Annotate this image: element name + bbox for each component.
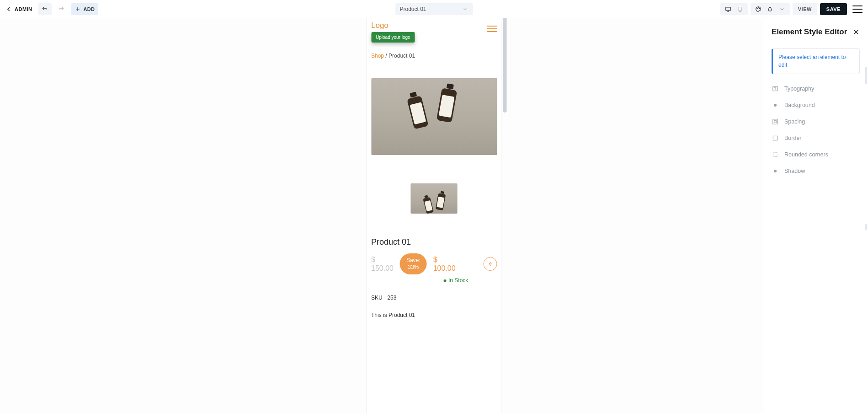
prop-label: Border: [784, 135, 802, 141]
redo-button[interactable]: [54, 3, 68, 15]
price-row: $ 150.00 Save: 33% $ 100.00: [371, 253, 497, 274]
redo-icon: [58, 6, 64, 12]
svg-point-4: [758, 7, 758, 8]
add-label: ADD: [84, 6, 95, 12]
topbar-center: Product 01: [395, 3, 473, 15]
rounded-corners-icon: [772, 151, 779, 158]
site-logo[interactable]: Logo: [371, 21, 415, 30]
view-label: VIEW: [798, 6, 812, 12]
product-image-thumbnail[interactable]: [411, 183, 458, 214]
device-toggle: [720, 3, 748, 15]
panel-scroll-indicator: [865, 67, 867, 84]
palette-icon: [755, 6, 761, 12]
svg-rect-9: [774, 120, 777, 123]
typography-icon: [772, 85, 779, 92]
canvas-scrollbar[interactable]: [503, 18, 506, 113]
product-image-main[interactable]: [371, 78, 497, 155]
property-list: Typography Background Spacing Border: [772, 85, 860, 175]
price-left: $ 150.00 Save: 33% $ 100.00: [371, 253, 456, 274]
breadcrumb: Shop / Product 01: [371, 53, 497, 59]
svg-point-2: [740, 10, 740, 11]
new-price-value: 100.00: [433, 264, 456, 272]
close-panel-button[interactable]: [852, 28, 860, 36]
panel-title: Element Style Editor: [772, 27, 847, 37]
topbar-right: VIEW SAVE: [720, 3, 863, 15]
background-icon: [772, 102, 779, 109]
workspace: Logo Upload your logo Shop / Product 01: [0, 18, 868, 413]
page-selector[interactable]: Product 01: [395, 3, 473, 15]
theme-drop[interactable]: [764, 6, 776, 12]
view-button[interactable]: VIEW: [793, 3, 817, 15]
bottle-icon: [436, 83, 458, 123]
save-pct: 33%: [406, 264, 421, 271]
save-badge: Save: 33%: [400, 253, 427, 274]
undo-icon: [42, 6, 48, 12]
breadcrumb-current: Product 01: [389, 53, 415, 59]
product-title: Product 01: [371, 237, 497, 247]
save-label: Save:: [406, 257, 421, 264]
prop-label: Typography: [784, 86, 814, 92]
mobile-icon: [737, 6, 743, 12]
bottle-icon: [436, 191, 447, 210]
old-price-value: 150.00: [371, 264, 394, 272]
prop-background[interactable]: Background: [772, 102, 860, 109]
topbar-left: ADMIN ADD: [5, 3, 98, 15]
main-menu-button[interactable]: [852, 5, 863, 13]
desktop-icon: [725, 6, 731, 12]
mobile-menu-button[interactable]: [487, 26, 497, 32]
product-description: This is Product 01: [371, 312, 497, 318]
site-header: Logo Upload your logo: [371, 21, 497, 43]
svg-point-12: [774, 170, 777, 172]
topbar: ADMIN ADD Product 01: [0, 0, 868, 18]
svg-rect-8: [773, 119, 778, 124]
svg-point-7: [774, 104, 777, 107]
save-button[interactable]: SAVE: [820, 3, 847, 15]
prop-label: Rounded corners: [784, 151, 828, 158]
svg-rect-11: [773, 152, 777, 156]
panel-notice: Please select an element to edit: [772, 48, 860, 74]
svg-rect-10: [773, 136, 777, 140]
save-label: SAVE: [826, 6, 841, 12]
prop-typography[interactable]: Typography: [772, 85, 860, 92]
bottle-icon: [405, 91, 428, 129]
style-editor-panel: Element Style Editor Please select an el…: [763, 18, 868, 413]
svg-point-5: [759, 8, 759, 9]
breadcrumb-shop-link[interactable]: Shop: [371, 53, 384, 59]
prop-label: Background: [784, 102, 815, 108]
page-selected-label: Product 01: [400, 6, 426, 12]
plus-icon: [75, 6, 81, 12]
add-button[interactable]: ADD: [71, 3, 99, 15]
price-old: $ 150.00: [371, 255, 394, 273]
chevron-down-icon: [462, 6, 469, 12]
svg-point-3: [757, 8, 757, 9]
prop-label: Shadow: [784, 168, 805, 174]
svg-rect-0: [725, 7, 730, 10]
new-currency: $: [433, 255, 456, 264]
device-desktop[interactable]: [722, 6, 734, 12]
prop-shadow[interactable]: Shadow: [772, 167, 860, 175]
admin-label: ADMIN: [15, 6, 32, 12]
old-currency: $: [371, 255, 394, 264]
spacing-icon: [772, 118, 779, 125]
drop-icon: [767, 6, 773, 12]
prop-spacing[interactable]: Spacing: [772, 118, 860, 125]
canvas-wrapper: Logo Upload your logo Shop / Product 01: [366, 18, 502, 413]
theme-dropdown[interactable]: [776, 6, 788, 12]
bottle-icon: [422, 194, 434, 214]
prop-label: Spacing: [784, 118, 805, 125]
panel-scroll-indicator-end: [865, 224, 867, 230]
device-frame: Logo Upload your logo Shop / Product 01: [366, 18, 502, 413]
prop-border[interactable]: Border: [772, 134, 860, 142]
price-new: $ 100.00: [433, 255, 456, 273]
shadow-icon: [772, 167, 779, 175]
prop-rounded-corners[interactable]: Rounded corners: [772, 151, 860, 158]
border-icon: [772, 134, 779, 142]
device-mobile[interactable]: [734, 6, 746, 12]
undo-button[interactable]: [38, 3, 52, 15]
theme-palette[interactable]: [752, 6, 764, 12]
stock-dot-icon: [443, 279, 446, 282]
upload-logo-button[interactable]: Upload your logo: [371, 32, 415, 43]
theme-group: [751, 3, 790, 15]
back-to-shop-button[interactable]: [483, 257, 497, 271]
back-to-admin[interactable]: ADMIN: [5, 6, 32, 12]
